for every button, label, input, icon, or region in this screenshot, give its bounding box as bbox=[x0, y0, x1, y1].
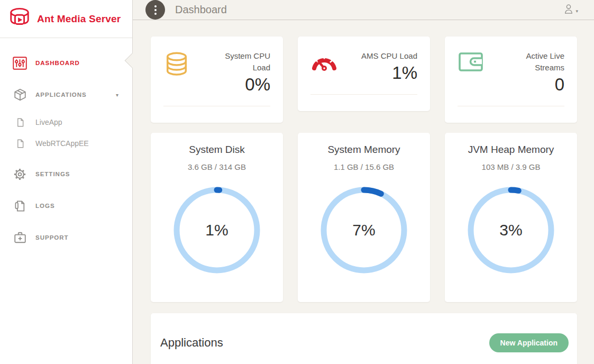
sidebar-item-logs[interactable]: LOGS bbox=[0, 190, 132, 222]
kebab-menu-icon[interactable] bbox=[145, 0, 165, 20]
user-menu[interactable]: ▾ bbox=[563, 3, 578, 17]
gauge-percent: 7% bbox=[319, 185, 409, 275]
stat-cards-row: System CPU Load 0% bbox=[151, 37, 577, 123]
new-application-button[interactable]: New Application bbox=[489, 333, 569, 352]
stat-value: 0 bbox=[485, 75, 564, 95]
sidebar-item-label: LOGS bbox=[35, 203, 55, 209]
gauge-usage: 3.6 GB / 314 GB bbox=[151, 162, 283, 171]
ant-media-logo-icon bbox=[7, 7, 32, 31]
gauge-percent: 3% bbox=[466, 185, 556, 275]
gauge-title: System Disk bbox=[151, 144, 283, 156]
app-window: Ant Media Server DASHBOARD bbox=[0, 0, 594, 364]
wallet-icon bbox=[458, 50, 485, 95]
gear-icon bbox=[13, 167, 27, 181]
sidebar-item-liveapp[interactable]: LiveApp bbox=[0, 112, 132, 133]
sidebar-item-support[interactable]: SUPPORT bbox=[0, 222, 132, 253]
speedometer-icon bbox=[310, 50, 338, 83]
sidebar-item-dashboard[interactable]: DASHBOARD bbox=[0, 47, 132, 79]
sidebar-item-webrtcappee[interactable]: WebRTCAppEE bbox=[0, 133, 132, 154]
gauge-usage: 1.1 GB / 15.6 GB bbox=[298, 162, 430, 171]
database-icon bbox=[163, 50, 190, 95]
package-icon bbox=[13, 88, 27, 102]
gauge-card-system-disk: System Disk 3.6 GB / 314 GB 1% bbox=[151, 133, 283, 302]
gauge-card-jvm-heap-memory: JVM Heap Memory 103 MB / 3.9 GB 3% bbox=[445, 133, 577, 302]
stat-value: 1% bbox=[338, 63, 417, 83]
logs-icon bbox=[13, 199, 27, 213]
sidebar: Ant Media Server DASHBOARD bbox=[0, 0, 133, 364]
stat-value: 0% bbox=[190, 75, 270, 95]
applications-title: Applications bbox=[160, 336, 223, 350]
sidebar-item-applications[interactable]: APPLICATIONS ▾ bbox=[0, 79, 132, 111]
dashboard-content: System CPU Load 0% bbox=[133, 20, 594, 364]
sidebar-item-label: SUPPORT bbox=[35, 234, 69, 241]
stat-title: AMS CPU Load bbox=[361, 50, 417, 62]
gauge-card-system-memory: System Memory 1.1 GB / 15.6 GB 7% bbox=[298, 133, 430, 302]
gauge-usage: 103 MB / 3.9 GB bbox=[445, 162, 577, 171]
user-icon bbox=[563, 3, 574, 17]
sliders-icon bbox=[13, 57, 27, 70]
sidebar-item-label: LiveApp bbox=[35, 118, 62, 126]
gauge-title: JVM Heap Memory bbox=[445, 144, 577, 156]
sidebar-item-label: DASHBOARD bbox=[35, 60, 80, 66]
app-title: Ant Media Server bbox=[37, 13, 121, 25]
sidebar-item-settings[interactable]: SETTINGS bbox=[0, 158, 132, 190]
topbar: Dashboard ▾ bbox=[133, 0, 594, 20]
stat-card-active-live-streams: Active Live Streams 0 bbox=[445, 37, 577, 123]
gauge-title: System Memory bbox=[298, 144, 430, 156]
stat-card-ams-cpu-load: AMS CPU Load 1% bbox=[298, 37, 430, 111]
page-title: Dashboard bbox=[175, 4, 227, 16]
gauge-cards-row: System Disk 3.6 GB / 314 GB 1% System Me… bbox=[151, 123, 577, 302]
sidebar-item-label: SETTINGS bbox=[35, 171, 70, 177]
chevron-down-icon[interactable]: ▾ bbox=[116, 92, 118, 98]
logo[interactable]: Ant Media Server bbox=[0, 0, 132, 38]
main-area: Dashboard ▾ bbox=[133, 0, 594, 364]
sidebar-item-label: WebRTCAppEE bbox=[35, 139, 89, 148]
sidebar-item-label: APPLICATIONS bbox=[35, 92, 87, 98]
gauge-percent: 1% bbox=[172, 185, 262, 275]
applications-section: Applications New Application bbox=[151, 313, 577, 364]
file-icon bbox=[15, 117, 25, 128]
gauge-ring: 7% bbox=[319, 185, 409, 275]
chevron-down-icon: ▾ bbox=[575, 8, 578, 14]
stat-card-system-cpu-load: System CPU Load 0% bbox=[151, 37, 283, 123]
sidebar-nav: DASHBOARD APPLICATIONS ▾ bbox=[0, 38, 132, 253]
gauge-ring: 1% bbox=[172, 185, 262, 275]
stat-title: System CPU Load bbox=[211, 50, 270, 74]
first-aid-icon bbox=[13, 231, 27, 244]
stat-title: Active Live Streams bbox=[505, 50, 564, 74]
file-icon bbox=[15, 138, 25, 149]
gauge-ring: 3% bbox=[466, 185, 556, 275]
applications-submenu: LiveApp WebRTCAppEE bbox=[0, 112, 132, 154]
